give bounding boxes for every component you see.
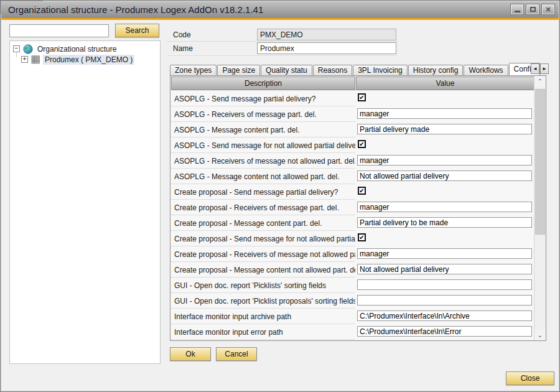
table-row: ASOPLG - Send message for not allowed pa… — [170, 138, 534, 153]
row-value-cell — [355, 324, 534, 340]
org-tree: − Organizational structure + — [9, 40, 161, 364]
company-grid-icon — [31, 55, 40, 64]
row-description: Create proposal - Message content part. … — [170, 215, 355, 231]
config-checkbox[interactable]: ✔ — [358, 140, 366, 148]
row-value-cell: ✔ — [355, 91, 534, 106]
code-field — [257, 29, 396, 40]
row-description: ASOPLG - Message content part. del. — [170, 122, 355, 138]
config-value-input[interactable] — [357, 124, 532, 134]
globe-icon — [23, 44, 33, 54]
expand-expander-icon[interactable]: + — [21, 56, 28, 63]
window-controls: ✕ — [510, 4, 555, 15]
search-button[interactable]: Search — [115, 24, 159, 37]
tree-item-produmex[interactable]: + Produmex ( PMX_DEMO ) — [21, 54, 134, 65]
form-separator — [167, 41, 398, 42]
row-value-cell — [355, 278, 534, 293]
scroll-down-icon: ⌄ — [538, 332, 543, 338]
name-label: Name — [173, 44, 193, 53]
config-value-input[interactable] — [357, 295, 532, 306]
chevron-left-icon: ◄ — [533, 66, 538, 72]
row-value-cell — [355, 200, 534, 215]
table-row: GUI - Open doc. report 'Picklists' sorti… — [170, 278, 534, 293]
collapse-expander-icon[interactable]: − — [13, 45, 20, 52]
table-header: Description Value — [170, 76, 534, 91]
maximize-icon — [530, 7, 536, 12]
config-value-input[interactable] — [357, 326, 532, 337]
minimize-button[interactable] — [510, 4, 524, 15]
row-description: ASOPLG - Message content not allowed par… — [170, 169, 355, 184]
search-input[interactable] — [9, 24, 109, 37]
row-value-cell: ✔ — [355, 138, 534, 153]
scrollbar-thumb[interactable] — [535, 89, 545, 235]
tab-reasons[interactable]: Reasons — [313, 65, 352, 75]
row-value-cell — [355, 215, 534, 231]
table-body: ASOPLG - Send message partial delivery?✔… — [170, 91, 534, 340]
table-row: ASOPLG - Message content not allowed par… — [170, 169, 534, 184]
config-value-input[interactable] — [357, 155, 532, 166]
row-description: GUI - Open doc. report 'Picklist proposa… — [170, 293, 355, 309]
table-row: Create proposal - Message content not al… — [170, 262, 534, 278]
tab-zone-types[interactable]: Zone types — [170, 65, 217, 75]
close-button[interactable]: Close — [506, 371, 554, 385]
config-value-input[interactable] — [357, 170, 532, 181]
app-window: Organizational structure - Produmex Loge… — [0, 0, 560, 392]
value-column-header[interactable]: Value — [356, 77, 534, 90]
row-description: Create proposal - Send message for not a… — [170, 231, 355, 246]
ok-button[interactable]: Ok — [170, 347, 211, 361]
config-value-input[interactable] — [357, 279, 532, 290]
tab-page-size[interactable]: Page size — [217, 65, 260, 75]
row-value-cell — [355, 169, 534, 184]
row-description: Create proposal - Message content not al… — [170, 262, 355, 278]
tree-item-organizational-structure[interactable]: − Organizational structure — [13, 44, 118, 54]
description-column-header[interactable]: Description — [171, 77, 355, 90]
config-table: Description Value ASOPLG - Send message … — [170, 75, 546, 341]
row-description: ASOPLG - Send message for not allowed pa… — [170, 138, 355, 153]
tab-scroll-right-button[interactable]: ► — [540, 63, 549, 74]
row-description: ASOPLG - Receivers of message not allowe… — [170, 153, 355, 169]
tree-item-label: Produmex ( PMX_DEMO ) — [43, 55, 134, 65]
config-checkbox[interactable]: ✔ — [358, 187, 366, 195]
config-checkbox[interactable]: ✔ — [358, 93, 366, 101]
row-value-cell — [355, 293, 534, 309]
config-value-input[interactable] — [357, 202, 532, 212]
scroll-down-button[interactable]: ⌄ — [534, 330, 546, 340]
tab-quality-statu[interactable]: Quality statu — [261, 65, 312, 75]
scroll-up-button[interactable]: ⌃ — [534, 76, 546, 86]
row-description: Create proposal - Receivers of message p… — [170, 200, 355, 215]
vertical-scrollbar[interactable]: ⌃ ⌄ — [534, 76, 546, 340]
row-description: ASOPLG - Receivers of message part. del. — [170, 106, 355, 122]
config-value-input[interactable] — [357, 264, 532, 274]
row-description: Create proposal - Send message partial d… — [170, 184, 355, 200]
table-row: Create proposal - Message content part. … — [170, 215, 534, 231]
row-value-cell — [355, 246, 534, 262]
row-value-cell — [355, 106, 534, 122]
name-field[interactable] — [257, 42, 396, 54]
maximize-button[interactable] — [526, 4, 539, 15]
code-label: Code — [173, 30, 191, 39]
row-description: GUI - Open doc. report 'Picklists' sorti… — [170, 278, 355, 293]
window-title: Organizational structure - Produmex Loge… — [8, 4, 263, 15]
table-row: ASOPLG - Send message partial delivery?✔ — [170, 91, 534, 106]
tab-workflows[interactable]: Workflows — [464, 65, 508, 75]
tab-3pl-invoicing[interactable]: 3PL Invoicing — [353, 65, 408, 75]
table-row: Create proposal - Receivers of message n… — [170, 246, 534, 262]
table-row: ASOPLG - Message content part. del. — [170, 122, 534, 138]
tab-scroll-left-button[interactable]: ◄ — [531, 63, 539, 74]
config-value-input[interactable] — [357, 217, 532, 228]
close-window-button[interactable]: ✕ — [541, 4, 555, 15]
row-description: Interface monitor input archive path — [170, 309, 355, 324]
tab-history-config[interactable]: History config — [408, 65, 464, 75]
table-row: ASOPLG - Receivers of message not allowe… — [170, 153, 534, 169]
row-value-cell: ✔ — [355, 231, 534, 246]
config-checkbox[interactable]: ✔ — [358, 233, 366, 241]
row-description: ASOPLG - Send message partial delivery? — [170, 91, 355, 106]
cancel-button[interactable]: Cancel — [216, 347, 257, 361]
accent-line — [1, 18, 559, 20]
table-row: ASOPLG - Receivers of message part. del. — [170, 106, 534, 122]
row-value-cell — [355, 309, 534, 324]
config-value-input[interactable] — [357, 248, 532, 259]
config-value-input[interactable] — [357, 310, 532, 321]
tab-bar: Zone typesPage sizeQuality statuReasons3… — [170, 63, 541, 75]
config-value-input[interactable] — [357, 108, 532, 119]
chevron-right-icon: ► — [542, 66, 547, 72]
